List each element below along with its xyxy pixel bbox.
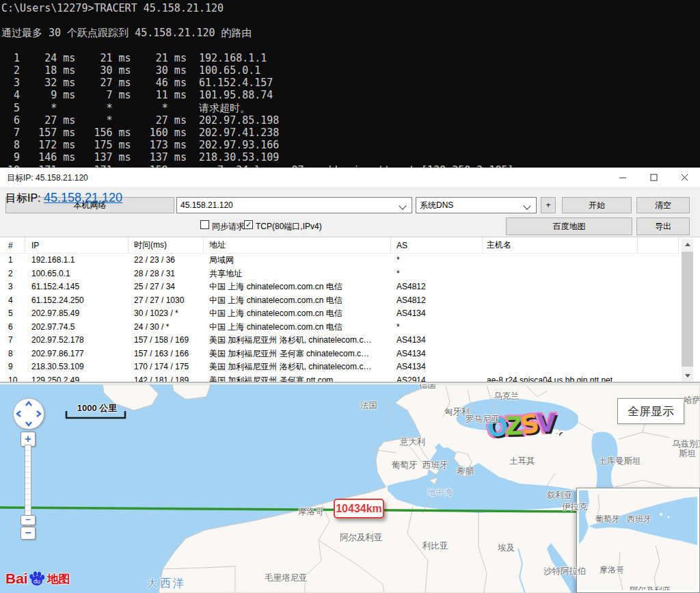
toolbar: 本机网络 45.158.21.120 系统DNS + 开始 清空 目标IP: 4… [0, 187, 700, 237]
screen: C:\Users\12279>TRACERT 45.158.21.120 通过最… [0, 0, 700, 593]
app-titlebar[interactable]: 目标IP: 45.158.21.120 [0, 168, 700, 187]
terminal-line: 4 9 ms 7 ms 11 ms 101.95.88.74 [1, 89, 700, 101]
map-label: 摩洛哥 [298, 506, 324, 518]
map-label: 法国 [360, 400, 377, 412]
sync-request-checkbox[interactable] [200, 220, 209, 229]
target-ip-combobox[interactable]: 45.158.21.120 [176, 197, 412, 213]
chevron-down-icon[interactable] [523, 202, 530, 209]
table-row[interactable]: 2100.65.0.128 / 28 / 31共享地址* [0, 267, 679, 281]
cell-host: ae-8.r24.snjsca04.us.bb.gin.ntt.net [483, 374, 638, 382]
table-row[interactable]: 461.152.24.25027 / 27 / 1030中国 上海 chinat… [0, 294, 679, 308]
cell-addr: 共享地址 [204, 267, 391, 281]
target-ip-link[interactable]: 45.158.21.120 [44, 191, 122, 205]
map-label: 大西洋 [147, 577, 186, 591]
tcp-checkbox[interactable]: ✓ [244, 220, 253, 229]
cell-as: AS4134 [391, 334, 483, 347]
baidu-logo-ditu: 地图 [47, 571, 70, 587]
cell-time: 24 / 30 / * [129, 321, 204, 334]
terminal-line: 6 27 ms * 27 ms 202.97.85.198 [1, 114, 700, 127]
table-row[interactable]: 8202.97.86.177157 / 163 / 166美国 加利福尼亚州 圣… [0, 347, 679, 361]
cell-n: 10 [0, 374, 25, 382]
zoom-out-button[interactable]: − [21, 527, 36, 540]
start-button[interactable]: 开始 [562, 197, 632, 213]
cell-addr: 美国 加利福尼亚州 圣何塞 chinatelecom.c… [204, 347, 391, 361]
clear-button[interactable]: 清空 [636, 197, 690, 213]
zoom-slider-handle[interactable]: − [21, 515, 36, 525]
cell-as: AS4812 [391, 280, 483, 294]
table-row[interactable]: 5202.97.85.4930 / 1023 / *中国 上海 chinatel… [0, 307, 679, 321]
pan-left-icon[interactable] [17, 411, 21, 417]
cell-host [483, 280, 638, 294]
export-button[interactable]: 导出 [636, 218, 690, 235]
terminal-line: 通过最多 30 个跃点跟踪到 45.158.21.120 的路由 [1, 27, 700, 39]
terminal-line: 9 146 ms 137 ms 137 ms 218.30.53.109 [1, 151, 700, 163]
terminal-line [1, 14, 700, 27]
cell-time: 30 / 1023 / * [129, 307, 204, 321]
window-title: 目标IP: 45.158.21.120 [7, 172, 88, 184]
cell-addr: 局域网 [204, 254, 391, 267]
table-row[interactable]: 10129.250.2.49142 / 181 / 189美国 加利福尼亚州 圣… [0, 374, 679, 382]
header-hostname[interactable]: 主机名 [483, 237, 638, 254]
terminal-line: 8 172 ms 175 ms 173 ms 202.97.93.166 [1, 139, 700, 151]
map-label: 葡萄牙 [392, 460, 418, 471]
watermark-letter: V [536, 408, 553, 438]
cell-addr: 中国 上海 chinatelecom.com.cn 电信 [204, 294, 391, 308]
inset-minimap[interactable]: 葡萄牙西班牙摩洛哥阿尔及利亚 [576, 488, 700, 593]
add-target-button[interactable]: + [541, 197, 556, 213]
table-row[interactable]: 361.152.4.14525 / 27 / 34中国 上海 chinatele… [0, 280, 679, 294]
cell-host [483, 347, 638, 361]
fullscreen-button[interactable]: 全屏显示 [617, 398, 684, 424]
cell-filler [638, 334, 679, 347]
terminal-window[interactable]: C:\Users\12279>TRACERT 45.158.21.120 通过最… [0, 0, 700, 168]
table-row[interactable]: 7202.97.52.178157 / 158 / 169美国 加利福尼亚州 洛… [0, 334, 679, 347]
pan-right-icon[interactable] [37, 411, 40, 417]
cell-addr: 美国 加利福尼亚州 洛杉矶, chinatelecom.c… [204, 334, 391, 347]
header-ip[interactable]: IP [25, 237, 129, 254]
scroll-up-button[interactable] [682, 239, 693, 250]
close-icon [681, 174, 688, 181]
cell-as: AS4812 [391, 294, 483, 308]
cell-time: 28 / 28 / 31 [129, 267, 204, 281]
map-label: 沙特阿拉伯 [543, 566, 587, 577]
cell-as: * [391, 321, 483, 334]
cell-ip: 129.250.2.49 [25, 374, 129, 382]
minimize-button[interactable] [608, 168, 638, 187]
maximize-button[interactable] [638, 168, 669, 187]
map-label: 斯坦 [679, 448, 696, 460]
cell-ip: 202.97.85.49 [25, 307, 129, 321]
table-row[interactable]: 1192.168.1.122 / 23 / 36局域网* [0, 254, 679, 267]
pan-up-icon[interactable] [26, 402, 31, 406]
arrow-down-icon [685, 374, 690, 378]
cell-time: 157 / 158 / 169 [129, 334, 204, 347]
scrollbar-thumb[interactable] [682, 252, 693, 367]
chevron-down-icon[interactable] [399, 202, 406, 209]
pan-down-icon[interactable] [26, 422, 31, 425]
map-panel: 10434km 全屏显示 + − − 1000 公里 OZSV✦ Bai [0, 384, 700, 593]
table-row[interactable]: 9218.30.53.109170 / 174 / 175美国 加利福尼亚州 洛… [0, 360, 679, 374]
scroll-down-button[interactable] [682, 370, 693, 382]
pan-control[interactable] [13, 398, 44, 430]
map-label: 罗马尼亚 [466, 414, 500, 425]
header-address[interactable]: 地址 [204, 237, 391, 254]
map-label: 土库曼斯坦 [598, 456, 641, 467]
header-as[interactable]: AS [391, 237, 483, 254]
cell-n: 6 [0, 321, 25, 334]
header-index[interactable]: # [0, 237, 25, 254]
map-label: 利比亚 [422, 540, 448, 552]
distance-marker: 10434km [334, 499, 384, 518]
cell-host [483, 321, 638, 334]
baidu-maps-logo[interactable]: Bai du 地图 [5, 570, 70, 587]
cell-time: 27 / 27 / 1030 [129, 294, 204, 308]
close-button[interactable] [669, 168, 700, 187]
target-ip-value: 45.158.21.120 [180, 200, 233, 210]
vertical-scrollbar[interactable] [682, 239, 693, 382]
header-filler [638, 237, 679, 254]
cell-addr: 中国 上海 chinatelecom.com.cn 电信 [204, 321, 391, 334]
terminal-line: 7 157 ms 156 ms 160 ms 202.97.41.238 [1, 127, 700, 139]
table-row[interactable]: 6202.97.74.524 / 30 / *中国 上海 chinateleco… [0, 321, 679, 334]
baidu-map-button[interactable]: 百度地图 [506, 218, 632, 235]
header-time[interactable]: 时间(ms) [129, 237, 204, 254]
map-label: 毛里塔尼亚 [265, 572, 308, 584]
map-label: 希腊 [457, 466, 474, 477]
dns-select[interactable]: 系统DNS [416, 197, 537, 213]
